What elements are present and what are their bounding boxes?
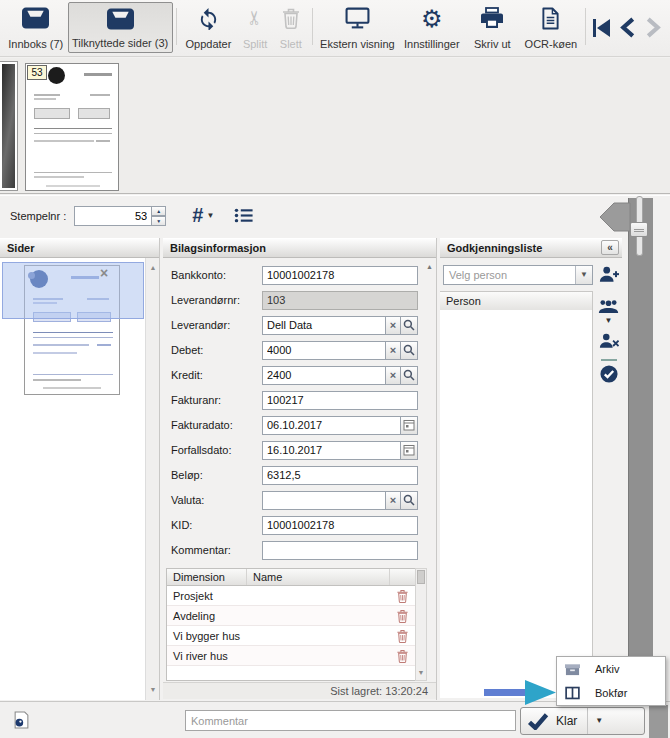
last-saved-status: Sist lagret: 13:20:24	[163, 682, 436, 699]
previous-button[interactable]	[614, 2, 640, 53]
remove-person-button[interactable]	[599, 333, 619, 349]
table-scrollbar[interactable]: ▼	[415, 568, 427, 681]
zoom-slider-handle[interactable]	[630, 222, 648, 237]
table-row[interactable]: Vi bygger hus	[167, 626, 415, 646]
leverandor-input[interactable]	[262, 316, 386, 335]
printer-icon	[480, 7, 504, 29]
scroll-up-icon[interactable]: ▲	[146, 261, 160, 275]
remove-page-icon[interactable]: ×	[100, 265, 108, 281]
search-button[interactable]	[401, 491, 418, 510]
bankkonto-input[interactable]	[262, 266, 418, 285]
pages-scrollbar[interactable]: ▲ ▼	[145, 258, 159, 700]
delete-row-trash-icon[interactable]	[396, 629, 409, 643]
chevron-down-icon[interactable]: ▼	[575, 266, 592, 284]
search-button[interactable]	[401, 316, 418, 335]
table-row[interactable]: Avdeling	[167, 606, 415, 626]
fakturadato-input[interactable]	[262, 416, 401, 435]
toolbar-button-splitt[interactable]: ✂ Splitt	[237, 2, 273, 53]
field-label: Fakturanr:	[171, 394, 221, 406]
forfallsdato-input[interactable]	[262, 441, 401, 460]
chevron-left-icon	[619, 17, 636, 38]
belop-input[interactable]	[262, 466, 418, 485]
dimension-cell: Prosjekt	[167, 590, 247, 602]
document-thumbnail[interactable]: 53	[25, 63, 119, 191]
search-icon	[403, 344, 415, 356]
menu-item-bokfor[interactable]: Bokfør	[557, 681, 665, 705]
chevron-down-icon[interactable]: ▼	[605, 316, 613, 325]
table-row[interactable]: Prosjekt	[167, 586, 415, 606]
clear-button[interactable]: ×	[386, 366, 401, 385]
clear-button[interactable]: ×	[386, 341, 401, 360]
toolbar-button-label: Slett	[280, 38, 302, 50]
toolbar-separator	[312, 8, 313, 45]
toolbar-button-oppdater[interactable]: Oppdater	[180, 2, 238, 53]
date-picker-button[interactable]	[401, 416, 418, 435]
menu-item-arkiv[interactable]: Arkiv	[557, 657, 665, 681]
collapse-panel-button[interactable]: «	[601, 240, 619, 255]
toolbar-button-innstillinger[interactable]: ⚙ Innstillinger	[399, 2, 465, 53]
note-document-icon[interactable]	[14, 711, 29, 729]
stepper-up-button[interactable]: ▲	[152, 206, 166, 216]
gear-icon: ⚙	[421, 7, 443, 30]
kommentar-input[interactable]	[262, 541, 418, 560]
scroll-up-icon[interactable]: ▲	[426, 263, 433, 270]
stamp-tool-button[interactable]: # ▼	[192, 204, 214, 227]
approve-button[interactable]	[600, 365, 618, 383]
add-person-button[interactable]	[599, 266, 619, 283]
scroll-down-icon[interactable]: ▼	[416, 666, 426, 680]
delete-row-trash-icon[interactable]	[396, 609, 409, 623]
kredit-input[interactable]	[262, 366, 386, 385]
approval-list-panel-title: Godkjenningsliste	[440, 238, 622, 258]
comment-input[interactable]	[185, 710, 516, 731]
select-person-combobox[interactable]: Velg person ▼	[443, 265, 593, 285]
search-button[interactable]	[401, 366, 418, 385]
bottom-bar: Klar ▼	[0, 701, 670, 738]
fakturanr-input[interactable]	[262, 391, 418, 410]
list-view-button[interactable]	[234, 208, 254, 223]
add-group-button[interactable]	[598, 299, 619, 314]
date-picker-button[interactable]	[401, 441, 418, 460]
clear-button[interactable]: ×	[386, 316, 401, 335]
toolbar-button-label: Tilknyttede sider (3)	[72, 37, 168, 49]
next-button[interactable]	[640, 2, 666, 53]
menu-item-label: Arkiv	[595, 663, 619, 675]
field-label: Fakturadato:	[171, 419, 233, 431]
pages-list: ×	[0, 258, 145, 700]
valuta-input[interactable]	[262, 491, 386, 510]
field-label: Leverandørnr:	[171, 294, 240, 306]
ready-split-button[interactable]: Klar ▼	[520, 707, 645, 735]
stepper-down-button[interactable]: ▼	[152, 216, 166, 226]
table-row[interactable]: Vi river hus	[167, 646, 415, 666]
inbox-icon	[107, 8, 134, 30]
toolbar-button-label: Skriv ut	[474, 38, 511, 50]
clear-button[interactable]: ×	[386, 491, 401, 510]
delete-row-trash-icon[interactable]	[396, 649, 409, 663]
toolbar-button-label: Ekstern visning	[320, 38, 395, 50]
toolbar-button-skriv-ut[interactable]: Skriv ut	[465, 2, 521, 53]
dimension-cell: Vi bygger hus	[167, 630, 247, 642]
toolbar-button-ekstern-visning[interactable]: Ekstern visning	[316, 2, 399, 53]
toolbar-button-innboks[interactable]: Innboks (7)	[4, 2, 68, 53]
person-column-header: Person	[440, 291, 593, 311]
toolbar-button-tilknyttede-sider[interactable]: Tilknyttede sider (3)	[68, 2, 173, 53]
debet-input[interactable]	[262, 341, 386, 360]
page-selection-highlight	[2, 262, 144, 319]
toolbar-button-label: Innboks (7)	[8, 38, 63, 50]
chevron-down-icon[interactable]: ▼	[587, 708, 603, 734]
kid-input[interactable]	[262, 516, 418, 535]
delete-row-trash-icon[interactable]	[396, 589, 409, 603]
preview-pane-strip	[628, 198, 653, 700]
stamp-number-input[interactable]	[74, 206, 152, 226]
go-first-button[interactable]	[589, 2, 615, 53]
thumbnail-strip: 53	[0, 58, 670, 194]
toolbar-button-slett[interactable]: Slett	[273, 2, 309, 53]
inbox-icon	[22, 7, 49, 29]
document-thumbnail-partial[interactable]	[0, 62, 17, 190]
search-button[interactable]	[401, 341, 418, 360]
toolbar-button-ocr-koen[interactable]: OCR-køen	[520, 2, 582, 53]
scroll-down-icon[interactable]: ▼	[146, 683, 160, 697]
application-window: Innboks (7) Tilknyttede sider (3) Oppdat…	[0, 0, 670, 738]
dimension-cell: Avdeling	[167, 610, 247, 622]
ledger-book-icon	[565, 686, 580, 700]
scrollbar-thumb[interactable]	[417, 570, 425, 584]
